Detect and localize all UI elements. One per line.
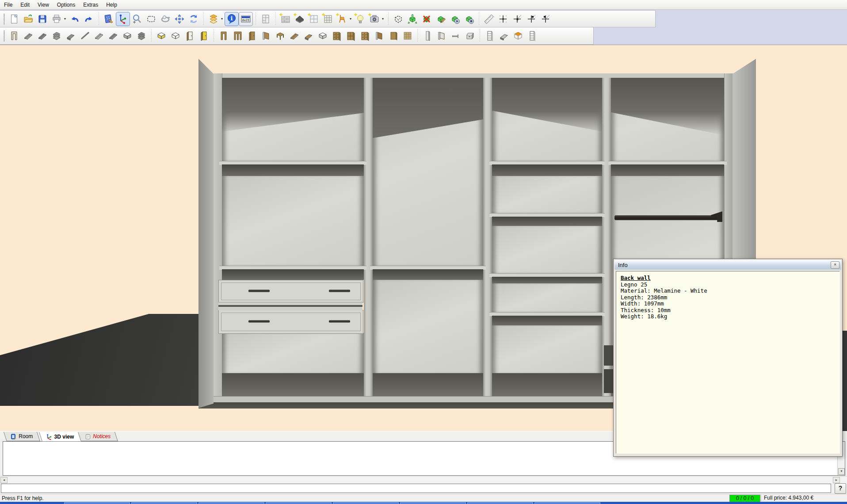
taskbar-button[interactable] xyxy=(131,502,197,504)
taskbar-button[interactable] xyxy=(198,502,264,504)
part-tall-rack-button[interactable] xyxy=(526,29,539,42)
select-element-button[interactable] xyxy=(392,12,405,26)
part-panel-angled-brown-button[interactable] xyxy=(288,29,301,42)
dimensions-window-button[interactable]: dx2I xyxy=(239,12,252,26)
toolbar-grip[interactable] xyxy=(4,30,5,42)
scroll-right-icon[interactable]: ► xyxy=(833,477,840,483)
windows-taskbar[interactable] xyxy=(0,502,847,504)
open-file-button[interactable] xyxy=(22,12,35,26)
scroll-left-icon[interactable]: ◄ xyxy=(0,477,8,483)
part-frame-brown-button[interactable] xyxy=(217,29,230,42)
part-tray-edit-button[interactable] xyxy=(107,29,120,42)
help-button[interactable]: ? xyxy=(835,483,846,494)
stop-element-button[interactable] xyxy=(462,12,476,26)
part-column-white-button[interactable] xyxy=(421,29,434,42)
redo-button[interactable] xyxy=(82,12,95,26)
part-tray-flat-button[interactable] xyxy=(92,29,106,42)
layers-button[interactable] xyxy=(207,12,220,26)
wardrobe-compartment[interactable] xyxy=(222,333,364,373)
wardrobe-compartment[interactable] xyxy=(222,176,364,266)
part-grid-brown-button[interactable] xyxy=(401,29,414,42)
new-file-button[interactable] xyxy=(8,12,21,26)
taskbar-button[interactable] xyxy=(266,502,332,504)
drawer-handle[interactable] xyxy=(248,290,270,292)
wardrobe-partition[interactable] xyxy=(483,78,492,396)
new-window-button[interactable]: ✦ xyxy=(307,12,320,26)
wardrobe-compartment[interactable] xyxy=(492,325,602,373)
part-panel-curved-brown-button[interactable] xyxy=(302,29,315,42)
menu-item-view[interactable]: View xyxy=(34,1,53,9)
wardrobe-partition[interactable] xyxy=(364,78,373,396)
toolbar-grip[interactable] xyxy=(4,13,5,25)
info-window-titlebar[interactable]: Info xyxy=(614,260,841,270)
drawer-handle[interactable] xyxy=(248,320,270,323)
wardrobe-compartment[interactable] xyxy=(492,283,602,312)
part-cubbies-brown-button[interactable] xyxy=(344,29,358,42)
print-button[interactable] xyxy=(50,12,63,26)
cabinet-elevation-button[interactable] xyxy=(259,12,272,26)
new-cabinet-button[interactable]: ✦ xyxy=(321,12,335,26)
undo-button[interactable] xyxy=(68,12,81,26)
menu-item-options[interactable]: Options xyxy=(53,1,79,9)
part-door-open-brown-button[interactable] xyxy=(259,29,273,42)
part-shelf-stack-button[interactable] xyxy=(50,29,63,42)
menu-item-edit[interactable]: Edit xyxy=(16,1,34,9)
taskbar-button[interactable] xyxy=(400,502,466,504)
new-wall-button[interactable]: ✦ xyxy=(279,12,292,26)
tab-notices[interactable]: Notices xyxy=(78,432,118,441)
wardrobe-left-side-panel[interactable] xyxy=(214,73,222,402)
part-open-box-yellow-button[interactable] xyxy=(155,29,168,42)
measure-button[interactable] xyxy=(482,12,496,26)
part-rod-diagonal-button[interactable] xyxy=(78,29,92,42)
command-input[interactable] xyxy=(1,484,831,493)
new-furniture-dropdown-icon[interactable]: ▾ xyxy=(350,17,353,21)
drawer-handle[interactable] xyxy=(329,320,350,323)
wardrobe-compartment[interactable] xyxy=(373,280,483,373)
part-panel-white-button[interactable] xyxy=(169,29,182,42)
taskbar-button[interactable] xyxy=(534,502,600,504)
part-solid-panel-brown-button[interactable] xyxy=(387,29,400,42)
menu-item-help[interactable]: Help xyxy=(102,1,121,9)
delete-element-button[interactable] xyxy=(420,12,433,26)
wardrobe-compartment[interactable] xyxy=(492,176,602,213)
menu-item-file[interactable]: File xyxy=(0,1,16,9)
part-tray-gray-button[interactable] xyxy=(316,29,329,42)
close-icon[interactable]: ✕ xyxy=(831,261,839,269)
part-drawer-box-button[interactable] xyxy=(463,29,477,42)
pan-view-button[interactable] xyxy=(173,12,186,26)
part-book-orange-button[interactable] xyxy=(511,29,525,42)
part-panel-wedge-button[interactable] xyxy=(64,29,77,42)
part-rod-bracket-button[interactable] xyxy=(449,29,462,42)
part-double-frame-brown-button[interactable] xyxy=(231,29,244,42)
part-door-brown-button[interactable] xyxy=(245,29,259,42)
part-shelf-angled-button[interactable] xyxy=(22,29,35,42)
snap-corner-button[interactable] xyxy=(511,12,524,26)
taskbar-button[interactable] xyxy=(467,502,533,504)
scroll-down-icon[interactable]: ▼ xyxy=(838,468,845,475)
part-wedge-gray-button[interactable] xyxy=(497,29,511,42)
new-light-button[interactable]: ✦ xyxy=(354,12,367,26)
part-door-white-button[interactable] xyxy=(183,29,196,42)
tab-room[interactable]: Room xyxy=(4,432,40,441)
info-button[interactable]: i xyxy=(225,12,238,26)
part-drawers-brown-button[interactable] xyxy=(330,29,343,42)
clothes-rail[interactable] xyxy=(614,215,721,220)
save-button[interactable] xyxy=(36,12,49,26)
refresh-view-button[interactable] xyxy=(187,12,200,26)
new-camera-dropdown-icon[interactable]: ▾ xyxy=(382,17,385,21)
part-frame-button[interactable] xyxy=(8,29,21,42)
play-element-button[interactable] xyxy=(448,12,462,26)
select-region-button[interactable] xyxy=(145,12,158,26)
zoom-button[interactable] xyxy=(130,12,144,26)
taskbar-button[interactable] xyxy=(333,502,399,504)
paint-element-button[interactable] xyxy=(434,12,447,26)
new-camera-button[interactable]: ✦ xyxy=(368,12,381,26)
snap-edge-button[interactable] xyxy=(525,12,538,26)
menu-item-extras[interactable]: Extras xyxy=(79,1,102,9)
wardrobe-door-left[interactable] xyxy=(198,59,214,408)
part-door-hinged-white-button[interactable] xyxy=(435,29,448,42)
part-cabinet-door-brown-button[interactable] xyxy=(373,29,386,42)
part-table-brown-button[interactable] xyxy=(274,29,287,42)
print-dropdown-icon[interactable]: ▾ xyxy=(64,17,68,21)
new-roof-button[interactable]: ✦ xyxy=(293,12,306,26)
